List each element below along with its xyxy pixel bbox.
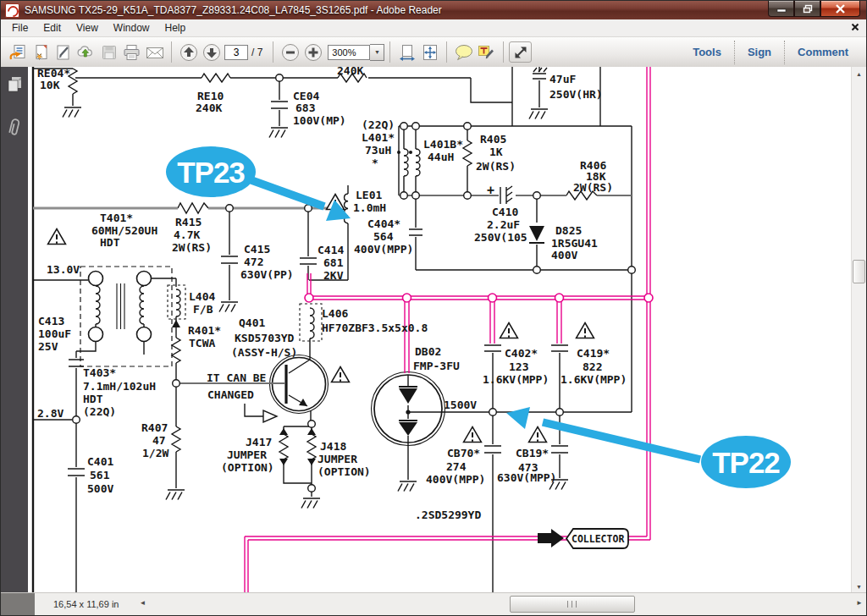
scroll-up-icon[interactable]: ▲: [852, 71, 866, 77]
component-label: 250V(105: [474, 231, 527, 244]
component-label: R401*: [188, 324, 221, 337]
sign-button[interactable]: Sign: [735, 46, 784, 58]
component-label: 240K: [196, 102, 222, 114]
component-label: C415: [244, 243, 270, 256]
pdf-page[interactable]: RE04*10KRE10240KCE04683100V(MP)240K(22Q)…: [28, 67, 851, 593]
component-label: L404: [189, 290, 215, 303]
minimize-button[interactable]: [768, 1, 794, 17]
schematic-labels: RE04*10KRE10240KCE04683100V(MP)240K(22Q)…: [37, 67, 627, 521]
zoom-in-button[interactable]: [301, 41, 324, 63]
component-label: 630V(MPP): [497, 471, 556, 484]
email-icon: [145, 43, 165, 62]
vertical-scrollbar-thumb[interactable]: [853, 260, 865, 283]
toolbar-actions: Tools Sign Comment: [680, 37, 861, 67]
component-label: L401B*: [423, 138, 463, 151]
component-label: HDT: [83, 393, 103, 405]
cloud-upload-icon: [76, 43, 96, 62]
print-button[interactable]: [120, 41, 143, 63]
pages-icon: [6, 75, 23, 92]
component-label: 240K: [337, 67, 363, 77]
create-pdf-button[interactable]: [29, 41, 52, 63]
scroll-left-icon[interactable]: ◄: [139, 599, 146, 607]
component-label: 1500V: [444, 399, 477, 411]
restore-button[interactable]: [794, 1, 820, 17]
component-label: LE01: [356, 189, 382, 201]
component-label: 683: [295, 102, 315, 114]
component-label: 274: [446, 460, 467, 473]
component-label: L406: [322, 307, 348, 320]
comment-button[interactable]: Comment: [785, 46, 861, 58]
menu-edit[interactable]: Edit: [36, 20, 69, 36]
component-label: R415: [175, 216, 202, 228]
scroll-right-icon[interactable]: ►: [856, 599, 863, 607]
component-label: HDT: [100, 236, 120, 249]
component-label: 4.7K: [174, 228, 200, 241]
collector-flag-label: COLLECTOR: [572, 533, 624, 545]
toolbar-separator: [273, 41, 273, 63]
close-button[interactable]: [820, 1, 860, 17]
component-label: 100uF: [38, 327, 71, 340]
scroll-down-icon[interactable]: ▼: [852, 584, 866, 590]
open-file-button[interactable]: [6, 41, 29, 63]
component-label: (22Q): [83, 405, 116, 418]
component-label: C404*: [367, 217, 400, 230]
previous-page-button[interactable]: [177, 41, 200, 63]
component-label: C414: [318, 244, 344, 256]
attachments-button[interactable]: [6, 116, 23, 141]
component-label: R405: [480, 133, 506, 146]
component-label: RE10: [197, 90, 224, 102]
component-label: 472: [244, 256, 263, 268]
component-label: T403*: [83, 366, 116, 379]
email-button[interactable]: [143, 41, 166, 63]
sign-document-button[interactable]: [52, 41, 75, 63]
menu-view[interactable]: View: [69, 20, 106, 36]
vertical-scrollbar[interactable]: ▲ ▼: [851, 67, 866, 593]
toolbar-separator: [503, 41, 504, 63]
component-label: 47: [152, 434, 166, 447]
horizontal-scrollbar[interactable]: ◄ ►: [137, 593, 866, 615]
zoom-dropdown-button[interactable]: ▼: [370, 44, 384, 61]
menu-file[interactable]: File: [4, 20, 36, 36]
paperclip-icon: [6, 116, 23, 138]
page-total-label: / 7: [251, 47, 262, 58]
plus-icon: [303, 42, 323, 63]
component-label: RE04*: [37, 67, 70, 80]
zoom-out-button[interactable]: [279, 41, 301, 63]
arrow-up-icon: [179, 42, 199, 63]
fit-page-button[interactable]: [418, 41, 441, 63]
menu-help[interactable]: Help: [157, 20, 194, 36]
component-label: JUMPER: [318, 453, 357, 465]
save-button[interactable]: [97, 41, 120, 63]
menu-window[interactable]: Window: [106, 20, 157, 36]
horizontal-scrollbar-thumb[interactable]: [510, 596, 635, 613]
fit-width-button[interactable]: [395, 41, 418, 63]
toolbar-separator: [446, 41, 447, 63]
component-label: 44uH: [428, 151, 454, 163]
component-label: 100V(MP): [293, 114, 346, 127]
component-label: (OPTION): [221, 461, 274, 474]
component-label: 10K: [40, 79, 60, 91]
component-label: 2.8V: [37, 407, 64, 420]
component-label: CB19*: [516, 447, 549, 459]
next-page-button[interactable]: [200, 41, 223, 63]
close-icon: [835, 4, 846, 14]
component-label: C402*: [505, 347, 538, 360]
collector-flag: COLLECTOR: [538, 529, 628, 548]
component-label: J417: [246, 436, 272, 448]
arrow-down-icon: [202, 42, 222, 63]
page-number-input[interactable]: [224, 45, 248, 60]
zoom-level-value[interactable]: 300%: [328, 45, 370, 60]
component-label: 1/2W: [142, 447, 168, 459]
cloud-upload-button[interactable]: [75, 41, 97, 63]
tools-button[interactable]: Tools: [680, 46, 734, 58]
fullscreen-button[interactable]: [509, 41, 532, 63]
highlight-text-button[interactable]: [475, 41, 498, 63]
fit-width-icon: [398, 43, 417, 62]
comment-bubble-button[interactable]: [452, 41, 475, 63]
page-thumbnails-button[interactable]: [6, 75, 23, 96]
status-bar: 16,54 x 11,69 in ◄ ►: [1, 592, 866, 615]
schematic: RE04*10KRE10240KCE04683100V(MP)240K(22Q)…: [28, 67, 851, 593]
component-label: CB70*: [447, 447, 480, 459]
component-label: HF70ZBF3.5x5x0.8: [322, 322, 428, 334]
close-document-button[interactable]: [851, 22, 859, 34]
